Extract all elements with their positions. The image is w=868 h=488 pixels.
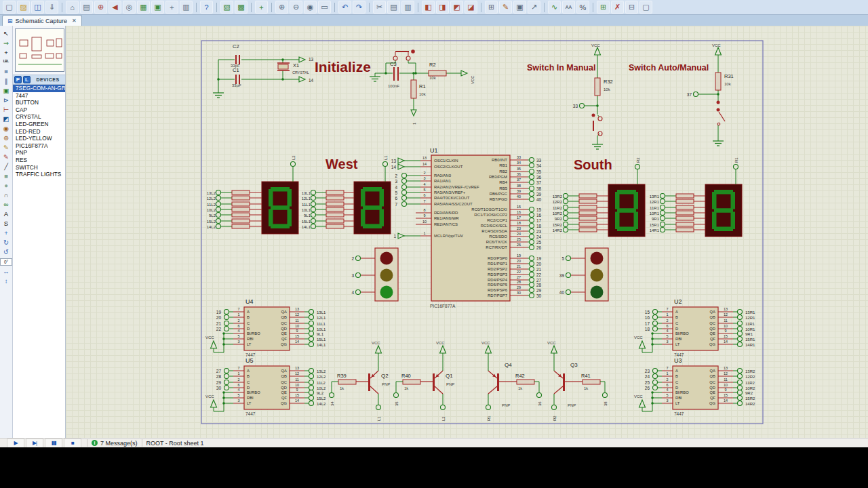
junction-dot[interactable] (222, 396, 225, 399)
terminal-arrow[interactable] (398, 164, 404, 169)
resistor[interactable] (232, 207, 250, 211)
terminal[interactable] (530, 197, 534, 202)
q1-pnp-transistor[interactable]: VCCL2R401k35Q1PNP (394, 341, 455, 421)
resistor[interactable] (715, 73, 721, 90)
home-icon[interactable]: ⌂ (66, 1, 79, 14)
resistor[interactable] (326, 207, 344, 211)
vcc-arrow[interactable] (639, 400, 646, 407)
q3-pnp-transistor[interactable]: VCCR2R411k38Q3PNP (547, 341, 608, 421)
terminal[interactable] (311, 224, 316, 229)
collector[interactable] (370, 386, 378, 394)
terminal[interactable] (530, 213, 534, 218)
q4-pnp-transistor[interactable]: VCCR1R421k36Q4PNP (481, 341, 542, 421)
new-sheet-icon[interactable]: ⊞ (597, 1, 610, 14)
terminal[interactable] (530, 283, 534, 287)
terminal[interactable] (309, 374, 314, 379)
terminal[interactable] (564, 205, 568, 210)
terminal[interactable] (402, 179, 407, 184)
indicator-dot[interactable] (411, 49, 415, 54)
terminal[interactable] (394, 393, 399, 398)
terminal[interactable] (530, 163, 534, 168)
terminal[interactable] (530, 278, 534, 283)
sheet-list-icon[interactable]: ▤ (80, 1, 93, 14)
subcircuit-mode-icon[interactable]: ▣ (1, 86, 12, 95)
terminal[interactable] (660, 199, 665, 204)
wire[interactable] (534, 382, 539, 392)
toggle-grid-icon[interactable]: ▦ (137, 1, 150, 14)
terminal[interactable] (552, 405, 557, 410)
decompose-icon[interactable]: ↗ (528, 1, 540, 14)
terminal[interactable] (738, 337, 743, 342)
terminal[interactable] (402, 174, 407, 178)
resistor[interactable] (338, 380, 356, 384)
terminal[interactable] (653, 321, 658, 326)
resistor[interactable] (583, 380, 600, 384)
terminal-arrow[interactable] (299, 57, 305, 62)
make-device-icon[interactable]: ✎ (499, 1, 512, 14)
false-origin-icon[interactable]: ▣ (151, 1, 164, 14)
resistor[interactable] (579, 228, 597, 232)
resistor[interactable] (326, 196, 344, 200)
terminal[interactable] (309, 380, 314, 385)
terminal[interactable] (224, 369, 229, 373)
snap-grid-icon[interactable]: ▥ (180, 1, 193, 14)
help-icon[interactable]: ? (200, 1, 213, 14)
device-item-pic16f877a[interactable]: PIC16F877A (13, 142, 65, 150)
component-mode-icon[interactable]: ⇒ (1, 39, 12, 47)
terminal-arrow[interactable] (398, 158, 404, 163)
terminal[interactable] (660, 205, 665, 210)
terminal[interactable] (311, 213, 316, 218)
terminal[interactable] (309, 315, 314, 320)
terminal[interactable] (309, 396, 314, 401)
emitter[interactable] (435, 371, 443, 378)
tape-recorder-mode-icon[interactable]: ◉ (1, 124, 12, 133)
terminal[interactable] (564, 211, 568, 216)
terminal[interactable] (653, 374, 658, 379)
contact-circle[interactable] (406, 56, 410, 60)
terminal[interactable] (309, 390, 314, 395)
terminal[interactable] (564, 194, 568, 199)
terminal[interactable] (356, 273, 361, 278)
terminal[interactable] (738, 390, 743, 395)
terminal[interactable] (309, 327, 314, 331)
collector[interactable] (488, 386, 497, 394)
device-item-7447[interactable]: 7447 (13, 92, 65, 100)
go-back-icon[interactable]: ◀ (108, 1, 121, 14)
device-item-traffic lights[interactable]: TRAFFIC LIGHTS (13, 171, 65, 178)
terminal[interactable] (653, 327, 658, 331)
terminal[interactable] (738, 342, 743, 347)
selection-mode-icon[interactable]: ↖ (1, 29, 12, 38)
resistor[interactable] (676, 216, 694, 220)
terminal[interactable] (530, 235, 534, 239)
resistor[interactable] (232, 213, 250, 217)
resistor[interactable] (232, 224, 250, 228)
junction-dot[interactable] (651, 338, 654, 340)
terminal[interactable] (311, 196, 316, 201)
remove-sheet-icon[interactable]: ✗ (611, 1, 624, 14)
terminal[interactable] (224, 386, 229, 390)
current-probe-mode-icon[interactable]: ✎ (1, 152, 12, 161)
junction-dot[interactable] (651, 391, 654, 394)
terminal[interactable] (530, 262, 534, 266)
terminal[interactable] (530, 229, 534, 234)
junction-dot[interactable] (651, 332, 654, 335)
terminal[interactable] (530, 224, 534, 228)
terminal[interactable] (383, 162, 388, 167)
terminal[interactable] (530, 288, 534, 293)
resistor[interactable] (676, 222, 694, 226)
rotate-anticlockwise-icon[interactable]: ↺ (1, 247, 12, 256)
terminal[interactable] (580, 104, 585, 108)
paste-icon[interactable]: ▥ (401, 1, 414, 14)
graph-mode-icon[interactable]: ◩ (1, 115, 12, 123)
device-item-led-yellow[interactable]: LED-YELLOW (13, 135, 65, 142)
device-item-res[interactable]: RES (13, 157, 65, 164)
terminal[interactable] (311, 219, 316, 224)
device-item-switch[interactable]: SWITCH (13, 164, 65, 171)
terminal[interactable] (738, 396, 743, 401)
terminal[interactable] (311, 202, 316, 207)
device-item-button[interactable]: BUTTON (13, 99, 65, 106)
terminal[interactable] (530, 180, 534, 185)
terminal[interactable] (603, 393, 608, 398)
resistor[interactable] (429, 70, 446, 76)
wire[interactable] (600, 382, 605, 392)
